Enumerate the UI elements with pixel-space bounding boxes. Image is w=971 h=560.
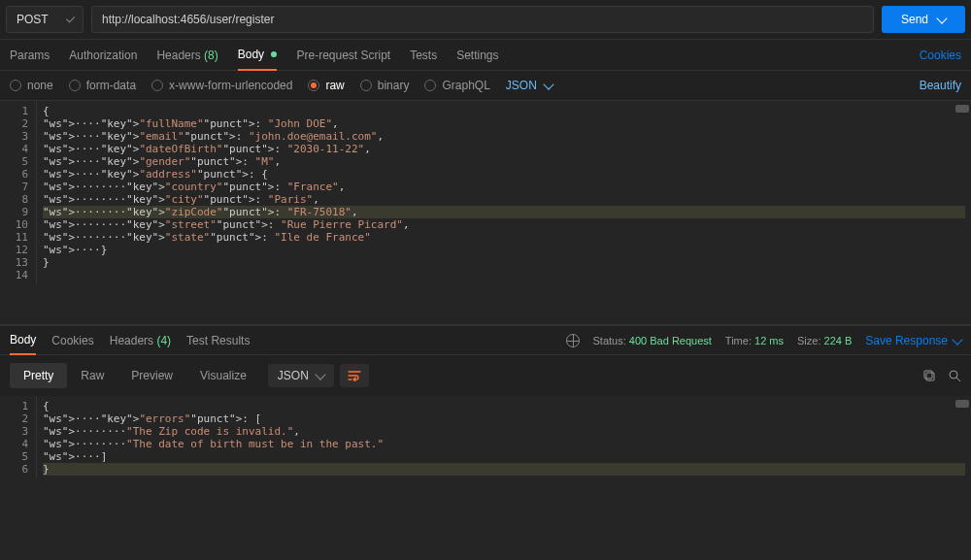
tab-tests[interactable]: Tests bbox=[410, 41, 437, 70]
copy-icon[interactable] bbox=[922, 369, 936, 382]
bodytype-formdata[interactable]: form-data bbox=[69, 79, 136, 92]
send-button[interactable]: Send bbox=[882, 6, 965, 33]
tab-headers[interactable]: Headers (8) bbox=[156, 41, 218, 70]
response-body-editor[interactable]: 123456 {"ws">····"key">"errors""punct">:… bbox=[0, 396, 971, 560]
send-label: Send bbox=[901, 13, 928, 26]
tab-params[interactable]: Params bbox=[10, 41, 50, 70]
view-visualize[interactable]: Visualize bbox=[186, 363, 260, 388]
svg-rect-1 bbox=[924, 371, 932, 379]
unsaved-dot-icon bbox=[271, 51, 277, 57]
bodytype-urlencoded[interactable]: x-www-form-urlencoded bbox=[151, 79, 292, 92]
resp-tab-body[interactable]: Body bbox=[10, 326, 36, 355]
chevron-down-icon bbox=[315, 369, 325, 379]
view-pretty[interactable]: Pretty bbox=[10, 363, 67, 388]
request-tabs: Params Authorization Headers (8) Body Pr… bbox=[0, 40, 971, 71]
bodytype-raw[interactable]: raw bbox=[308, 79, 344, 92]
svg-rect-0 bbox=[926, 373, 934, 380]
tab-prerequest[interactable]: Pre-request Script bbox=[296, 41, 390, 70]
tab-authorization[interactable]: Authorization bbox=[69, 41, 137, 70]
wrap-lines-button[interactable] bbox=[340, 364, 369, 387]
svg-line-3 bbox=[956, 378, 960, 381]
response-view-tabs: Pretty Raw Preview Visualize JSON bbox=[0, 355, 971, 396]
resp-tab-cookies[interactable]: Cookies bbox=[51, 327, 93, 354]
tab-body[interactable]: Body bbox=[238, 40, 278, 71]
resp-tab-tests[interactable]: Test Results bbox=[186, 327, 250, 354]
time-meta: Time: 12 ms bbox=[725, 335, 784, 346]
method-selector[interactable]: POST bbox=[6, 6, 84, 33]
tab-settings[interactable]: Settings bbox=[456, 41, 498, 70]
globe-icon[interactable] bbox=[566, 334, 580, 347]
body-type-row: none form-data x-www-form-urlencoded raw… bbox=[0, 71, 971, 101]
cookies-link[interactable]: Cookies bbox=[920, 49, 961, 62]
code-area[interactable]: {"ws">····"key">"errors""punct">: ["ws">… bbox=[37, 396, 971, 479]
chevron-down-icon bbox=[952, 334, 962, 345]
status-meta: Status: 400 Bad Request bbox=[593, 335, 712, 346]
save-response-link[interactable]: Save Response bbox=[865, 334, 961, 347]
method-label: POST bbox=[17, 13, 49, 26]
chevron-down-icon bbox=[543, 79, 553, 89]
raw-format-selector[interactable]: JSON bbox=[506, 79, 552, 92]
url-input[interactable] bbox=[91, 6, 874, 33]
svg-point-2 bbox=[950, 371, 957, 379]
request-body-editor[interactable]: 1234567891011121314 {"ws">····"key">"ful… bbox=[0, 101, 971, 324]
search-icon[interactable] bbox=[948, 369, 961, 382]
scrollbar-thumb[interactable] bbox=[955, 400, 969, 408]
request-bar: POST Send bbox=[0, 0, 971, 40]
beautify-link[interactable]: Beautify bbox=[920, 79, 961, 92]
response-format-selector[interactable]: JSON bbox=[268, 364, 334, 387]
chevron-down-icon bbox=[66, 14, 75, 22]
bodytype-none[interactable]: none bbox=[10, 79, 53, 92]
code-area[interactable]: {"ws">····"key">"fullName""punct">: "Joh… bbox=[37, 101, 971, 285]
response-tabs: Body Cookies Headers (4) Test Results St… bbox=[0, 326, 971, 355]
chevron-down-icon bbox=[936, 13, 947, 23]
scrollbar-thumb[interactable] bbox=[955, 105, 969, 113]
size-meta: Size: 224 B bbox=[797, 335, 852, 346]
resp-tab-headers[interactable]: Headers (4) bbox=[110, 327, 171, 354]
line-gutter: 1234567891011121314 bbox=[0, 101, 37, 285]
view-preview[interactable]: Preview bbox=[117, 363, 186, 388]
bodytype-graphql[interactable]: GraphQL bbox=[424, 79, 489, 92]
view-raw[interactable]: Raw bbox=[67, 363, 117, 388]
bodytype-binary[interactable]: binary bbox=[360, 79, 410, 92]
line-gutter: 123456 bbox=[0, 396, 37, 479]
